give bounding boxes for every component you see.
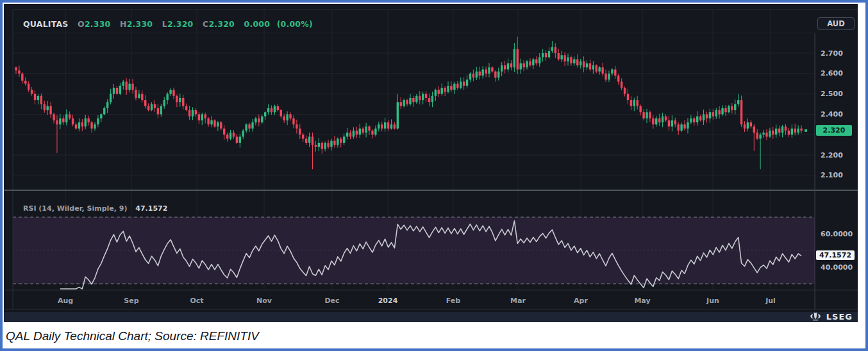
high-value: 2.330: [127, 19, 153, 29]
rsi-tick-60: 60.0000: [821, 230, 856, 238]
time-label-Dec: Dec: [324, 297, 339, 306]
lseg-attribution-bar: LSEG: [4, 312, 858, 322]
time-label-Aug: Aug: [58, 297, 73, 306]
rsi-value-badge: 47.1572: [816, 250, 855, 260]
low-label: L: [162, 19, 167, 29]
change-pct: (0.00%): [277, 19, 313, 29]
price-tick-2.600: 2.600: [821, 69, 856, 78]
rsi-tick-40: 40.0000: [821, 263, 856, 272]
rsi-value: 47.1572: [135, 204, 167, 213]
rsi-legend: RSI (14, Wilder, Simple, 9) 47.1572: [23, 204, 167, 213]
time-label-Mar: Mar: [510, 297, 526, 306]
currency-badge[interactable]: AUD: [817, 17, 855, 30]
price-tick-2.700: 2.700: [821, 49, 856, 58]
time-label-Jul: Jul: [765, 297, 776, 306]
chart-figure: QUALITAS O2.330 H2.330 L2.320 C2.320 0.0…: [0, 0, 868, 351]
price-tick-2.100: 2.100: [821, 171, 856, 179]
price-tick-2.400: 2.400: [821, 110, 856, 118]
time-label-Oct: Oct: [190, 297, 203, 306]
chart-shell: QUALITAS O2.330 H2.330 L2.320 C2.320 0.0…: [4, 4, 858, 322]
open-value: 2.330: [85, 19, 111, 29]
lseg-crest-icon: [808, 313, 822, 322]
time-label-May: May: [634, 297, 650, 306]
time-label-Feb: Feb: [446, 297, 460, 306]
price-tick-2.200: 2.200: [821, 151, 856, 159]
symbol-legend: QUALITAS O2.330 H2.330 L2.320 C2.320 0.0…: [23, 19, 313, 29]
candlestick-rsi-canvas[interactable]: [4, 4, 858, 322]
price-tick-2.500: 2.500: [821, 90, 856, 98]
time-label-Jun: Jun: [706, 297, 719, 306]
chart-caption: QAL Daily Technical Chart; Source: REFIN…: [6, 323, 583, 349]
close-value: 2.320: [208, 19, 235, 29]
last-price-badge: 2.320: [816, 125, 852, 136]
time-label-2024: 2024: [378, 297, 398, 306]
high-label: H: [120, 19, 127, 29]
rsi-label: RSI (14, Wilder, Simple, 9): [23, 204, 127, 213]
time-label-Nov: Nov: [256, 297, 272, 306]
lseg-logo-text: LSEG: [826, 313, 853, 322]
time-label-Apr: Apr: [574, 297, 588, 306]
time-label-Sep: Sep: [124, 297, 138, 306]
open-label: O: [78, 19, 85, 29]
symbol-name: QUALITAS: [23, 19, 69, 29]
change-value: 0.000: [244, 19, 271, 29]
low-value: 2.320: [167, 19, 194, 29]
